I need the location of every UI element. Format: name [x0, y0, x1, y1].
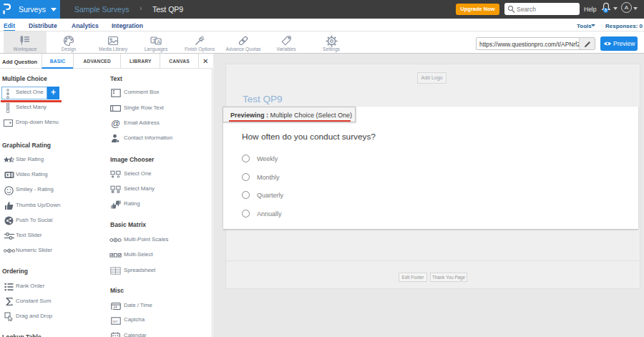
- svg-text:vcr: vcr: [112, 318, 118, 323]
- svg-text:文: 文: [152, 38, 157, 43]
- svg-text:@: @: [111, 119, 120, 128]
- svg-text:24: 24: [113, 306, 117, 309]
- svg-text:A: A: [157, 39, 161, 44]
